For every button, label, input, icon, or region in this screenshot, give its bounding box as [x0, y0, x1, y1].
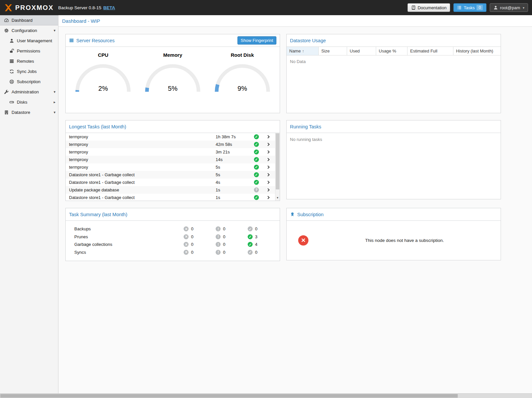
warning-count: 0 [223, 242, 225, 247]
gauge-label: Memory [141, 52, 205, 58]
horizontal-scrollbar[interactable] [0, 393, 532, 398]
error-count: 0 [191, 242, 193, 247]
task-row[interactable]: termproxy 3m 21s [66, 148, 280, 156]
column-header-name[interactable]: Name ↑ [287, 47, 319, 55]
page-title-bar: Dashboard - WIP [58, 15, 532, 27]
task-detail-button[interactable] [262, 189, 274, 191]
user-menu-button[interactable]: root@pam ▾ [490, 3, 528, 12]
sidebar-item-dashboard[interactable]: Dashboard [0, 15, 58, 25]
chevron-right-icon [266, 158, 269, 161]
scroll-down-button[interactable]: ▼ [275, 195, 280, 200]
summary-row-prunes: Prunes 0 0 3 [74, 233, 280, 241]
column-header-usage-pct[interactable]: Usage % [376, 47, 408, 55]
chevron-right-icon [266, 181, 269, 184]
documentation-button[interactable]: Documentation [408, 3, 450, 12]
subscription-panel: Subscription ✕ This node does not have a… [286, 208, 501, 260]
task-row[interactable]: termproxy 5s [66, 163, 280, 171]
sidebar-item-disks[interactable]: Disks ▸ [0, 97, 58, 107]
task-row[interactable]: Datastore store1 - Garbage collect 5s [66, 171, 280, 179]
scrollbar-thumb[interactable] [276, 133, 279, 189]
task-row[interactable]: termproxy 14s [66, 156, 280, 163]
warning-count: 0 [223, 234, 225, 239]
task-detail-button[interactable] [262, 143, 274, 146]
panel-title: Running Tasks [290, 124, 321, 129]
sidebar-item-permissions[interactable]: Permissions [0, 46, 58, 56]
summary-label: Syncs [74, 250, 184, 255]
error-icon [184, 234, 189, 239]
chevron-right-icon: ▸ [53, 100, 55, 104]
gears-icon [4, 28, 9, 33]
task-list-icon [457, 5, 462, 10]
task-detail-button[interactable] [262, 166, 274, 168]
sidebar-item-label: Administration [12, 89, 39, 94]
task-detail-button[interactable] [262, 181, 274, 183]
gauge-value: 5% [144, 85, 202, 92]
sidebar-item-datastore[interactable]: Datastore ▾ [0, 107, 58, 117]
sidebar-item-administration[interactable]: Administration ▾ [0, 87, 58, 97]
task-detail-button[interactable] [262, 136, 274, 138]
sidebar-item-user-management[interactable]: User Management [0, 36, 58, 46]
sidebar-item-label: Disks [17, 100, 27, 105]
certificate-icon [290, 212, 295, 217]
proxmox-x-icon [4, 3, 13, 12]
unlock-icon [9, 49, 14, 53]
task-row[interactable]: Update package database 1s [66, 186, 280, 194]
task-duration: 42m 58s [216, 142, 251, 147]
memory-gauge: Memory 5% [141, 52, 205, 94]
task-summary-panel: Task Summary (last Month) Backups 0 0 0 … [65, 208, 280, 261]
sidebar-item-sync-jobs[interactable]: Sync Jobs [0, 66, 58, 77]
error-icon [184, 250, 189, 255]
sidebar-item-configuration[interactable]: Configuration ▾ [0, 25, 58, 36]
task-detail-button[interactable] [262, 151, 274, 153]
vertical-scrollbar[interactable]: ▼ [275, 133, 280, 201]
topbar: PROXMOX Backup Server 0.8-15 BETA Docume… [0, 0, 532, 15]
chevron-right-icon [266, 150, 269, 154]
sidebar-item-label: Subscription [17, 79, 41, 84]
column-header-estimated-full[interactable]: Estimated Full [408, 47, 453, 55]
task-row[interactable]: Datastore store1 - Garbage collect 1s [66, 194, 280, 201]
column-header-used[interactable]: Used [347, 47, 376, 55]
task-duration: 5s [216, 172, 251, 177]
sidebar: Dashboard Configuration ▾ User Managemen… [0, 15, 58, 393]
error-count: 0 [191, 250, 193, 255]
user-icon [493, 5, 498, 10]
page-title: Dashboard - WIP [62, 18, 100, 24]
sidebar-item-subscription[interactable]: Subscription [0, 77, 58, 87]
sidebar-item-label: User Management [17, 38, 52, 43]
chevron-down-icon: ▾ [53, 28, 55, 33]
warning-count: 0 [223, 250, 225, 255]
column-header-size[interactable]: Size [319, 47, 347, 55]
task-name: Update package database [69, 187, 216, 192]
warning-icon [216, 234, 221, 239]
task-row[interactable]: termproxy 1h 38m 7s [66, 133, 280, 141]
ok-count: 0 [255, 250, 257, 255]
task-detail-button[interactable] [262, 196, 274, 199]
warning-icon [216, 226, 221, 231]
error-icon [184, 226, 189, 231]
gauge-label: Root Disk [210, 52, 274, 58]
chevron-down-icon: ▾ [523, 6, 524, 10]
sort-ascending-icon: ↑ [302, 49, 304, 53]
panel-title: Longest Tasks (last Month) [69, 124, 126, 129]
warning-icon [216, 242, 221, 247]
sidebar-item-label: Permissions [17, 49, 40, 53]
status-ok-icon [254, 142, 259, 147]
task-row[interactable]: termproxy 42m 58s [66, 141, 280, 148]
app-version-title: Backup Server 0.8-15 [58, 5, 101, 10]
task-detail-button[interactable] [262, 174, 274, 176]
column-header-history[interactable]: History (last Month) [453, 47, 501, 55]
tasks-label: Tasks [464, 5, 475, 10]
chevron-down-icon: ▾ [53, 110, 55, 115]
show-fingerprint-button[interactable]: Show Fingerprint [237, 36, 276, 45]
chevron-right-icon [266, 188, 269, 192]
tasks-button[interactable]: Tasks 0 [453, 3, 486, 12]
panel-title: Server Resources [76, 38, 115, 43]
scrollbar-thumb[interactable] [0, 394, 458, 398]
chevron-right-icon [266, 166, 269, 169]
sidebar-item-remotes[interactable]: Remotes [0, 56, 58, 66]
beta-link[interactable]: BETA [103, 5, 115, 10]
summary-label: Prunes [74, 234, 184, 239]
task-row[interactable]: Datastore store1 - Garbage collect 4s [66, 179, 280, 186]
task-detail-button[interactable] [262, 158, 274, 161]
no-data-message: No Data [287, 55, 501, 68]
